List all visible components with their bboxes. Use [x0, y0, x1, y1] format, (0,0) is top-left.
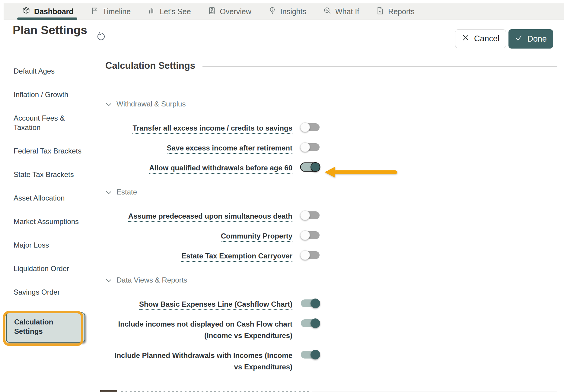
toggle-knob [300, 230, 310, 240]
toggle-include-planned-withdrawals[interactable] [301, 351, 320, 359]
section-data-views-reports[interactable]: Data Views & Reports [106, 276, 187, 285]
sidebar-item-savings-order[interactable]: Savings Order [14, 287, 93, 297]
chevron-down-icon [106, 100, 112, 108]
section-heading: Calculation Settings [105, 60, 195, 71]
toggle-assume-predeceased[interactable] [301, 211, 320, 219]
toggle-knob [311, 162, 320, 172]
setting-row: Estate Tax Exemption Carryover [105, 250, 320, 262]
done-button[interactable]: Done [508, 29, 553, 49]
toggle-estate-tax-exemption-carryover[interactable] [301, 251, 320, 259]
cutoff-element [121, 391, 311, 392]
setting-label[interactable]: Allow qualified withdrawals before age 6… [105, 162, 292, 174]
calculation-settings-panel: Calculation Settings Withdrawal & Surplu… [105, 60, 557, 381]
x-icon [462, 34, 470, 44]
section-withdrawal-surplus[interactable]: Withdrawal & Surplus [106, 100, 186, 109]
lightbulb-icon [268, 7, 276, 17]
setting-row: Save excess income after retirement [105, 142, 320, 154]
tab-dashboard[interactable]: Dashboard [22, 3, 74, 20]
toggle-knob [300, 122, 310, 132]
sidebar-item-liquidation-order[interactable]: Liquidation Order [14, 264, 93, 273]
chevron-down-icon [106, 276, 112, 284]
magnifier-chart-icon [323, 7, 331, 17]
setting-row: Assume predeceased upon simultaneous dea… [105, 210, 320, 222]
toggle-show-basic-expenses-line[interactable] [301, 299, 320, 307]
cube-icon [22, 7, 30, 17]
refresh-icon[interactable] [96, 31, 106, 43]
toggle-allow-qualified-withdrawals[interactable] [301, 163, 320, 171]
setting-row: Include incomes not displayed on Cash Fl… [105, 318, 320, 341]
bar-chart-icon [148, 7, 156, 17]
setting-label[interactable]: Show Basic Expenses Line (Cashflow Chart… [105, 299, 292, 310]
flag-icon [91, 7, 99, 17]
section-estate[interactable]: Estate [106, 188, 137, 197]
sidebar-item-calculation-settings[interactable]: Calculation Settings [6, 312, 85, 343]
toggle-knob [300, 250, 310, 260]
chevron-down-icon [106, 188, 112, 196]
toggle-knob [300, 142, 310, 152]
cancel-button[interactable]: Cancel [455, 29, 506, 48]
tab-overview[interactable]: Overview [208, 3, 251, 20]
setting-label[interactable]: Save excess income after retirement [105, 142, 292, 154]
toggle-community-property[interactable] [301, 231, 320, 239]
tab-label: Timeline [103, 7, 131, 16]
tab-label: What If [335, 7, 359, 16]
sidebar-item-major-loss[interactable]: Major Loss [14, 240, 93, 250]
setting-row: Show Basic Expenses Line (Cashflow Chart… [105, 299, 320, 310]
toggle-knob [311, 350, 320, 359]
tab-label: Dashboard [34, 7, 74, 16]
setting-label[interactable]: Transfer all excess income / credits to … [105, 122, 292, 134]
report-file-icon [376, 7, 384, 17]
page-title: Plan Settings [13, 24, 87, 37]
divider [202, 66, 557, 67]
toggle-knob [311, 299, 320, 308]
annotation-arrow-icon [324, 166, 399, 180]
tab-timeline[interactable]: Timeline [91, 3, 131, 20]
setting-row: Community Property [105, 230, 320, 242]
setting-label[interactable]: Community Property [105, 230, 292, 242]
done-label: Done [527, 34, 547, 44]
sidebar-item-market-assumptions[interactable]: Market Assumptions [14, 217, 93, 226]
tab-label: Reports [388, 7, 415, 16]
settings-sidebar: Default Ages Inflation / Growth Account … [14, 66, 93, 332]
sidebar-item-asset-allocation[interactable]: Asset Allocation [14, 193, 93, 203]
toggle-transfer-excess-income[interactable] [301, 123, 320, 131]
sidebar-item-default-ages[interactable]: Default Ages [14, 66, 93, 76]
tab-insights[interactable]: Insights [268, 3, 306, 20]
tab-reports[interactable]: Reports [376, 3, 415, 20]
toggle-include-incomes-not-displayed[interactable] [301, 319, 320, 327]
section-title-label: Data Views & Reports [116, 276, 187, 284]
sidebar-item-state-tax-brackets[interactable]: State Tax Brackets [14, 170, 93, 179]
check-icon [515, 34, 523, 44]
section-title-label: Withdrawal & Surplus [116, 100, 186, 108]
toggle-save-excess-income[interactable] [301, 143, 320, 151]
setting-label[interactable]: Assume predeceased upon simultaneous dea… [105, 210, 292, 222]
sidebar-item-account-fees-taxation[interactable]: Account Fees & Taxation [14, 113, 93, 132]
toggle-knob [311, 318, 320, 328]
sidebar-item-federal-tax-brackets[interactable]: Federal Tax Brackets [14, 146, 93, 156]
document-chart-icon [208, 7, 216, 17]
cancel-label: Cancel [474, 34, 499, 43]
top-navbar: Dashboard Timeline Let's See Overview [4, 3, 564, 20]
tab-what-if[interactable]: What If [323, 3, 359, 20]
tab-label: Insights [280, 7, 306, 16]
divider [312, 391, 557, 391]
setting-row: Include Planned Withdrawals with Incomes… [105, 350, 320, 373]
toggle-knob [300, 210, 310, 220]
cutoff-element [100, 390, 117, 392]
setting-label[interactable]: Estate Tax Exemption Carryover [105, 250, 292, 262]
tab-label: Overview [220, 7, 251, 16]
section-title-label: Estate [116, 188, 137, 196]
setting-label[interactable]: Include incomes not displayed on Cash Fl… [105, 318, 292, 341]
tab-label: Let's See [160, 7, 191, 16]
setting-row: Transfer all excess income / credits to … [105, 122, 320, 134]
setting-row: Allow qualified withdrawals before age 6… [105, 162, 320, 174]
sidebar-item-inflation-growth[interactable]: Inflation / Growth [14, 90, 93, 99]
setting-label[interactable]: Include Planned Withdrawals with Incomes… [105, 350, 292, 373]
tab-lets-see[interactable]: Let's See [148, 3, 191, 20]
